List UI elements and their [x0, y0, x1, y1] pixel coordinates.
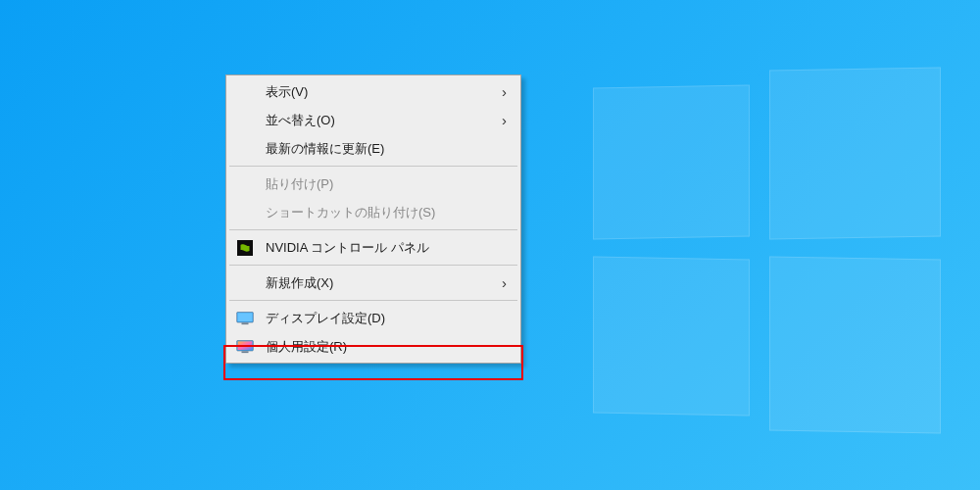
menu-item-label: NVIDIA コントロール パネル	[266, 239, 511, 257]
menu-item-personalize[interactable]: 個人用設定(R)	[228, 332, 518, 361]
svg-rect-5	[242, 351, 249, 353]
display-icon	[236, 310, 254, 327]
personalize-icon	[236, 338, 254, 356]
menu-item-label: ディスプレイ設定(D)	[266, 310, 511, 327]
menu-separator	[229, 229, 517, 230]
menu-separator	[229, 300, 517, 301]
menu-item-label: 新規作成(X)	[266, 274, 502, 292]
menu-item-nvidia-control-panel[interactable]: NVIDIA コントロール パネル	[228, 233, 518, 262]
menu-item-label: 最新の情報に更新(E)	[266, 140, 511, 158]
svg-rect-1	[238, 313, 253, 321]
menu-item-new[interactable]: 新規作成(X) ›	[228, 269, 518, 297]
windows-logo	[583, 69, 951, 436]
menu-item-refresh[interactable]: 最新の情報に更新(E)	[228, 134, 518, 163]
menu-separator	[229, 265, 517, 266]
menu-item-paste-shortcut: ショートカットの貼り付け(S)	[228, 198, 518, 226]
menu-item-sort[interactable]: 並べ替え(O) ›	[228, 106, 518, 134]
menu-item-display-settings[interactable]: ディスプレイ設定(D)	[228, 304, 518, 332]
menu-item-label: 並べ替え(O)	[266, 112, 502, 129]
nvidia-icon	[236, 239, 254, 257]
svg-rect-4	[238, 341, 253, 350]
chevron-right-icon: ›	[502, 274, 507, 291]
svg-rect-2	[242, 322, 249, 324]
chevron-right-icon: ›	[502, 112, 507, 128]
menu-item-label: 表示(V)	[266, 83, 502, 101]
menu-item-label: 貼り付け(P)	[266, 175, 511, 193]
menu-separator	[229, 166, 517, 167]
menu-item-paste: 貼り付け(P)	[228, 170, 518, 198]
menu-item-label: 個人用設定(R)	[266, 338, 511, 356]
menu-item-label: ショートカットの貼り付け(S)	[266, 204, 511, 221]
chevron-right-icon: ›	[502, 83, 507, 100]
desktop-context-menu: 表示(V) › 並べ替え(O) › 最新の情報に更新(E) 貼り付け(P) ショ…	[225, 74, 521, 364]
menu-item-view[interactable]: 表示(V) ›	[228, 77, 518, 106]
